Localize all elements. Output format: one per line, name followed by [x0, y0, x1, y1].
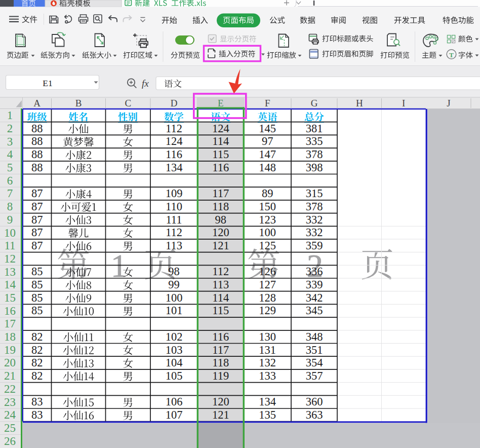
- svg-text:E1: E1: [43, 78, 52, 88]
- svg-text:19: 19: [4, 344, 16, 356]
- svg-text:C: C: [125, 98, 131, 108]
- svg-text:88: 88: [31, 161, 43, 174]
- svg-text:130: 130: [259, 330, 276, 343]
- svg-text:110: 110: [166, 200, 182, 213]
- svg-text:99: 99: [168, 278, 180, 291]
- svg-text:23: 23: [4, 396, 16, 408]
- svg-text:7: 7: [7, 187, 13, 200]
- svg-text:124: 124: [166, 135, 183, 147]
- svg-text:14: 14: [4, 278, 16, 291]
- svg-text:115: 115: [212, 304, 229, 317]
- svg-text:147: 147: [259, 148, 276, 161]
- svg-text:4: 4: [7, 148, 13, 161]
- svg-text:12: 12: [4, 252, 16, 265]
- svg-text:D: D: [171, 98, 178, 108]
- svg-text:10: 10: [4, 227, 16, 239]
- svg-text:G: G: [311, 98, 318, 108]
- svg-text:82: 82: [31, 356, 43, 369]
- svg-text:85: 85: [31, 278, 43, 291]
- svg-text:123: 123: [259, 213, 276, 226]
- svg-text:133: 133: [259, 369, 276, 382]
- svg-text:336: 336: [306, 265, 323, 278]
- svg-text:315: 315: [306, 187, 323, 200]
- svg-text:106: 106: [166, 395, 183, 408]
- svg-text:13: 13: [4, 266, 16, 278]
- svg-text:126: 126: [259, 265, 276, 278]
- svg-text:24: 24: [4, 408, 16, 421]
- svg-text:102: 102: [166, 330, 183, 343]
- svg-text:87: 87: [31, 226, 43, 239]
- svg-text:115: 115: [212, 148, 229, 161]
- svg-text:114: 114: [212, 291, 229, 304]
- svg-text:105: 105: [166, 369, 183, 382]
- svg-text:112: 112: [212, 265, 229, 278]
- svg-text:100: 100: [259, 226, 276, 239]
- svg-text:112: 112: [166, 122, 182, 135]
- svg-text:6: 6: [7, 174, 13, 187]
- svg-text:116: 116: [212, 330, 229, 343]
- svg-text:9: 9: [7, 213, 13, 226]
- svg-text:120: 120: [212, 395, 229, 408]
- svg-text:85: 85: [31, 291, 43, 304]
- svg-text:3: 3: [7, 135, 13, 148]
- svg-text:82: 82: [31, 369, 43, 382]
- svg-text:112: 112: [166, 226, 182, 239]
- svg-text:E: E: [218, 98, 224, 108]
- svg-text:109: 109: [166, 187, 183, 200]
- svg-text:398: 398: [306, 161, 323, 174]
- svg-text:87: 87: [31, 239, 43, 252]
- svg-text:113: 113: [212, 278, 229, 291]
- svg-text:fx: fx: [142, 78, 149, 89]
- svg-text:113: 113: [166, 239, 182, 252]
- svg-text:381: 381: [306, 122, 323, 135]
- svg-text:124: 124: [212, 122, 229, 135]
- svg-text:88: 88: [31, 148, 43, 161]
- svg-text:88: 88: [31, 122, 43, 135]
- svg-text:351: 351: [306, 344, 323, 356]
- svg-text:87: 87: [31, 187, 43, 200]
- svg-text:131: 131: [259, 344, 276, 356]
- svg-text:A: A: [33, 98, 41, 108]
- svg-text:118: 118: [212, 200, 229, 213]
- svg-text:20: 20: [4, 356, 16, 369]
- svg-text:11: 11: [4, 239, 15, 252]
- svg-text:363: 363: [306, 408, 323, 421]
- svg-text:87: 87: [31, 200, 43, 213]
- svg-text:100: 100: [166, 291, 183, 304]
- svg-text:378: 378: [306, 148, 323, 161]
- svg-text:107: 107: [166, 408, 183, 421]
- svg-text:26: 26: [4, 435, 16, 447]
- svg-text:127: 127: [259, 278, 276, 291]
- svg-text:345: 345: [306, 304, 323, 317]
- svg-text:15: 15: [4, 291, 16, 304]
- svg-text:2: 2: [7, 122, 13, 135]
- svg-text:148: 148: [259, 161, 276, 174]
- svg-text:17: 17: [4, 317, 16, 330]
- svg-text:359: 359: [306, 239, 323, 252]
- svg-text:98: 98: [215, 213, 227, 226]
- svg-text:116: 116: [166, 148, 182, 161]
- svg-text:22: 22: [4, 383, 16, 395]
- svg-text:F: F: [265, 98, 270, 108]
- svg-text:5: 5: [7, 161, 13, 174]
- svg-text:332: 332: [306, 226, 323, 239]
- svg-text:116: 116: [212, 161, 229, 174]
- svg-text:119: 119: [212, 369, 229, 382]
- svg-text:T: T: [449, 51, 454, 59]
- svg-text:88: 88: [31, 135, 43, 147]
- svg-text:J: J: [447, 98, 450, 108]
- svg-text:83: 83: [31, 408, 43, 421]
- svg-text:B: B: [75, 98, 82, 108]
- svg-text:117: 117: [212, 187, 229, 200]
- svg-text:120: 120: [212, 226, 229, 239]
- svg-text:1: 1: [7, 109, 13, 122]
- svg-text:118: 118: [212, 356, 229, 369]
- svg-text:111: 111: [166, 213, 182, 226]
- svg-text:18: 18: [4, 330, 16, 343]
- svg-text:103: 103: [166, 344, 183, 356]
- svg-text:378: 378: [306, 200, 323, 213]
- svg-text:134: 134: [259, 395, 276, 408]
- svg-text:16: 16: [4, 305, 16, 317]
- svg-text:104: 104: [166, 356, 183, 369]
- svg-text:21: 21: [4, 369, 16, 382]
